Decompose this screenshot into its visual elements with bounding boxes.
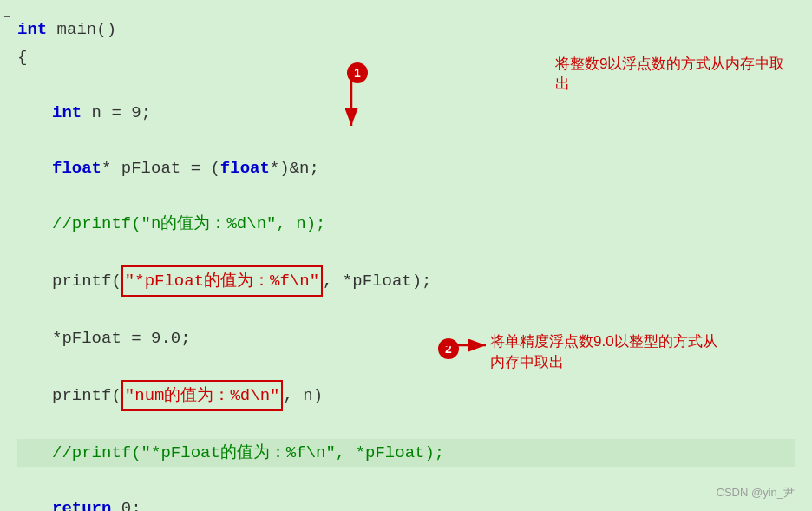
line-comment1: //printf("n的值为：%d\n", n); (17, 210, 795, 238)
csdn-watermark: CSDN @yin_尹 (717, 485, 796, 501)
line-blank7 (17, 411, 795, 439)
line-blank4 (17, 238, 795, 265)
line-printf2: printf( "num的值为：%d\n" , n) (17, 380, 795, 411)
func-name: main() (47, 16, 116, 43)
line-comment2: //printf("*pFloat的值为：%f\n", *pFloat); (17, 439, 795, 467)
annotation-2-text: 将单精度浮点数9.0以整型的方式从 内存中取出 (490, 331, 785, 373)
line-printf1: printf( "*pFloat的值为：%f\n" , *pFloat); (17, 265, 795, 297)
line-blank8 (17, 467, 795, 495)
annotation-1-text: 将整数9以浮点数的方式从内存中取出 (555, 54, 798, 94)
arrow-2 (438, 337, 499, 354)
highlight-string1: "*pFloat的值为：%f\n" (121, 265, 323, 297)
line-return: return 0; (17, 495, 795, 511)
keyword-int: int (17, 16, 47, 43)
highlight-string2: "num的值为：%d\n" (121, 380, 284, 411)
line-blank5 (17, 297, 795, 324)
code-container: − int main() { int n = 9; float * pFloat… (0, 0, 812, 511)
line-func-header: int main() (17, 16, 795, 43)
line-blank3 (17, 182, 795, 210)
arrow-1 (338, 52, 564, 139)
line-float-decl: float * pFloat = ( float *)&n; (17, 154, 795, 182)
